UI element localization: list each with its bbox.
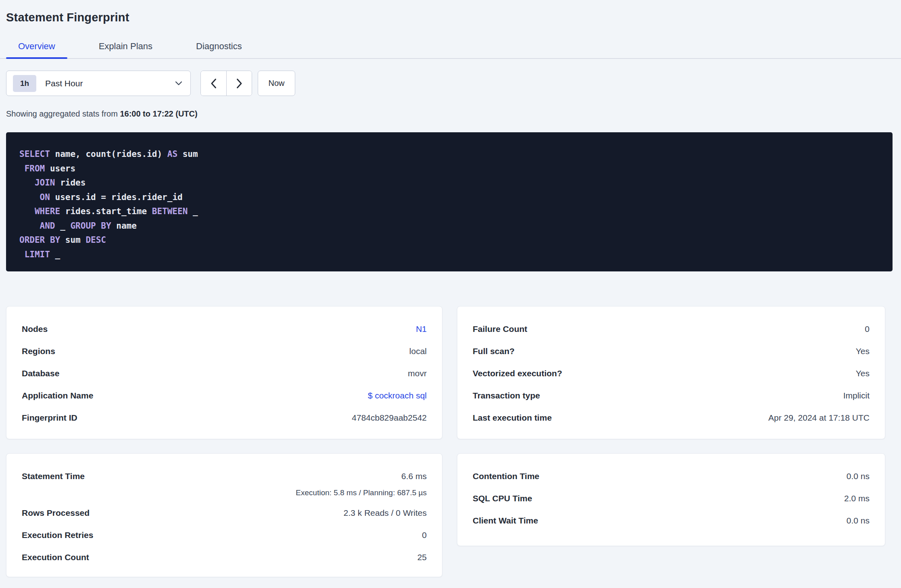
- stat-row-database: Databasemovr: [22, 362, 427, 384]
- stat-value-vectorized-execution: Yes: [856, 369, 870, 378]
- stat-value-application-name-link[interactable]: $ cockroach sql: [368, 391, 427, 400]
- stat-label-database: Database: [22, 369, 59, 378]
- next-time-range-button[interactable]: [226, 71, 252, 96]
- execution-attributes-card: Failure Count0Full scan?YesVectorized ex…: [457, 306, 885, 439]
- stat-row-vectorized-execution: Vectorized execution?Yes: [473, 362, 870, 384]
- stat-row-application-name: Application Name$ cockroach sql: [22, 384, 427, 407]
- stat-label-client-wait-time: Client Wait Time: [473, 516, 538, 525]
- stat-label-full-scan: Full scan?: [473, 346, 515, 356]
- resource-times-card: Contention Time0.0 nsSQL CPU Time2.0 msC…: [457, 453, 885, 546]
- stat-value-full-scan: Yes: [856, 346, 870, 356]
- statement-details-card: NodesN1RegionslocalDatabasemovrApplicati…: [6, 306, 442, 439]
- tab-diagnostics[interactable]: Diagnostics: [184, 37, 254, 58]
- stat-value-contention-time: 0.0 ns: [847, 471, 870, 481]
- stat-label-execution-count: Execution Count: [22, 553, 89, 562]
- time-range-label: Past Hour: [45, 79, 175, 88]
- stat-value-nodes-link[interactable]: N1: [416, 324, 427, 334]
- stat-value-last-execution-time: Apr 29, 2024 at 17:18 UTC: [768, 413, 870, 423]
- stat-row-regions: Regionslocal: [22, 340, 427, 362]
- stat-value-transaction-type: Implicit: [843, 391, 870, 400]
- tab-explain-plans[interactable]: Explain Plans: [87, 37, 165, 58]
- stat-row-sql-cpu-time: SQL CPU Time2.0 ms: [473, 487, 870, 509]
- stat-label-application-name: Application Name: [22, 391, 93, 400]
- page-title: Statement Fingerprint: [6, 9, 901, 26]
- tab-overview[interactable]: Overview: [6, 37, 67, 58]
- aggregated-stats-line: Showing aggregated stats from 16:00 to 1…: [6, 109, 901, 119]
- aggregated-stats-prefix: Showing aggregated stats from: [6, 109, 118, 118]
- tabs-bar: Overview Explain Plans Diagnostics: [0, 37, 901, 59]
- stat-value-rows-processed: 2.3 k Reads / 0 Writes: [344, 508, 427, 518]
- now-button[interactable]: Now: [258, 71, 295, 96]
- stat-label-execution-retries: Execution Retries: [22, 530, 93, 540]
- stat-row-statement-time: Statement Time6.6 msExecution: 5.8 ms / …: [22, 465, 427, 502]
- stat-label-fingerprint-id: Fingerprint ID: [22, 413, 77, 423]
- stat-row-contention-time: Contention Time0.0 ns: [473, 465, 870, 487]
- sql-statement-box: SELECT name, count(rides.id) AS sum FROM…: [6, 132, 893, 271]
- time-range-nav: [200, 71, 252, 96]
- aggregated-stats-range: 16:00 to 17:22 (UTC): [120, 109, 197, 118]
- stat-value-statement-time: 6.6 msExecution: 5.8 ms / Planning: 687.…: [296, 465, 427, 502]
- stat-row-full-scan: Full scan?Yes: [473, 340, 870, 362]
- time-range-badge: 1h: [13, 75, 36, 92]
- stat-row-fingerprint-id: Fingerprint ID4784cb829aab2542: [22, 407, 427, 429]
- stat-label-contention-time: Contention Time: [473, 471, 539, 481]
- stat-value-execution-retries: 0: [422, 530, 427, 540]
- previous-time-range-button[interactable]: [201, 71, 226, 96]
- stat-value-main: 6.6 ms: [296, 465, 427, 487]
- time-controls: 1h Past Hour Now: [6, 71, 901, 96]
- stat-row-execution-retries: Execution Retries0: [22, 524, 427, 546]
- stat-value-database: movr: [408, 369, 427, 378]
- stat-label-regions: Regions: [22, 346, 55, 356]
- stat-value-execution-count: 25: [417, 553, 427, 562]
- chevron-left-icon: [211, 78, 217, 89]
- stat-label-rows-processed: Rows Processed: [22, 508, 90, 518]
- stat-value-secondary: Execution: 5.8 ms / Planning: 687.5 µs: [296, 487, 427, 502]
- stat-row-execution-count: Execution Count25: [22, 546, 427, 568]
- stat-label-vectorized-execution: Vectorized execution?: [473, 369, 562, 378]
- stat-label-sql-cpu-time: SQL CPU Time: [473, 494, 532, 503]
- stat-label-transaction-type: Transaction type: [473, 391, 540, 400]
- stat-row-nodes: NodesN1: [22, 318, 427, 340]
- chevron-down-icon: [175, 81, 182, 85]
- stat-value-regions: local: [409, 346, 427, 356]
- stat-label-failure-count: Failure Count: [473, 324, 527, 334]
- stat-row-failure-count: Failure Count0: [473, 318, 870, 340]
- stat-label-statement-time: Statement Time: [22, 465, 85, 487]
- stat-value-sql-cpu-time: 2.0 ms: [844, 494, 870, 503]
- stat-row-client-wait-time: Client Wait Time0.0 ns: [473, 509, 870, 532]
- time-range-select[interactable]: 1h Past Hour: [6, 71, 191, 96]
- chevron-right-icon: [236, 78, 242, 89]
- stat-row-transaction-type: Transaction typeImplicit: [473, 384, 870, 407]
- stat-row-last-execution-time: Last execution timeApr 29, 2024 at 17:18…: [473, 407, 870, 429]
- stat-value-failure-count: 0: [865, 324, 870, 334]
- stat-label-nodes: Nodes: [22, 324, 48, 334]
- stat-label-last-execution-time: Last execution time: [473, 413, 552, 423]
- stat-value-fingerprint-id: 4784cb829aab2542: [352, 413, 427, 423]
- stat-row-rows-processed: Rows Processed2.3 k Reads / 0 Writes: [22, 502, 427, 524]
- stat-value-client-wait-time: 0.0 ns: [847, 516, 870, 525]
- statement-times-card: Statement Time6.6 msExecution: 5.8 ms / …: [6, 453, 442, 577]
